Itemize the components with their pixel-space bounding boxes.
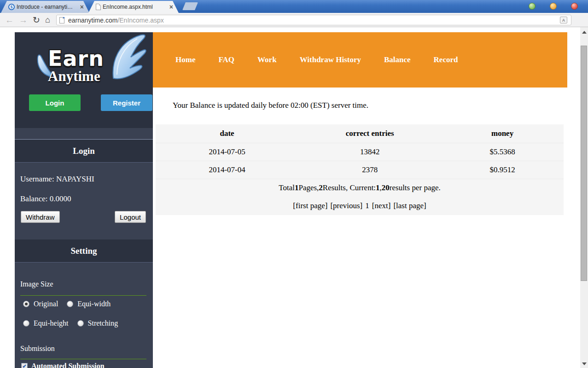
image-size-label: Image Size bbox=[20, 280, 53, 288]
setting-panel: Image Size Original Equi-width Equi-heig… bbox=[15, 263, 153, 367]
automated-submission-row: ✔ Automated Submission bbox=[21, 362, 105, 368]
main-nav: Home FAQ Work Withdraw History Balance R… bbox=[153, 32, 567, 88]
divider bbox=[20, 295, 146, 296]
nav-balance[interactable]: Balance bbox=[384, 55, 411, 64]
first-page-link[interactable]: [first page] bbox=[293, 201, 327, 210]
logo-wing-icon bbox=[111, 33, 147, 84]
cell-money: $0.9512 bbox=[441, 165, 564, 175]
translate-icon[interactable]: A bbox=[560, 17, 567, 23]
window-maximize-button[interactable] bbox=[550, 3, 557, 10]
summary-results-count: 2 bbox=[319, 183, 323, 193]
page-icon bbox=[59, 17, 64, 23]
summary-pages-count: 1 bbox=[295, 183, 299, 193]
address-bar[interactable]: earnanytime.com/EnIncome.aspx A bbox=[56, 15, 571, 25]
automated-submission-label: Automated Submission bbox=[31, 362, 105, 368]
tab-enincome[interactable]: EnIncome.aspx.html × bbox=[88, 1, 179, 13]
previous-page-link[interactable]: [previous] bbox=[330, 201, 362, 210]
register-button[interactable]: Register bbox=[101, 94, 152, 111]
tab-title: Introduce - earnanytime.co bbox=[17, 4, 77, 10]
divider bbox=[20, 359, 146, 359]
page-icon bbox=[96, 4, 101, 10]
cell-date: 2014-07-05 bbox=[156, 147, 298, 157]
table-header-row: date correct entries money bbox=[156, 124, 564, 143]
login-panel: Username: NAPAYSHI Balance: 0.0000 Withd… bbox=[15, 163, 153, 239]
header-correct-entries: correct entries bbox=[298, 129, 441, 138]
cell-entries: 2378 bbox=[298, 165, 441, 175]
window-close-button[interactable] bbox=[571, 3, 578, 10]
new-tab-button[interactable] bbox=[182, 2, 198, 10]
browser-toolbar: ← → ↻ ⌂ earnanytime.com/EnIncome.aspx A bbox=[0, 13, 588, 27]
username-text: Username: NAPAYSHI bbox=[20, 175, 94, 184]
setting-section-title: Setting bbox=[15, 239, 153, 263]
last-page-link[interactable]: [last page] bbox=[393, 201, 426, 210]
login-button[interactable]: Login bbox=[29, 94, 81, 111]
auth-buttons: Login Register bbox=[29, 94, 152, 111]
nav-withdraw-history[interactable]: Withdraw History bbox=[300, 55, 361, 64]
cell-date: 2014-07-04 bbox=[156, 165, 298, 175]
image-size-radio-row: Original Equi-width bbox=[23, 300, 115, 308]
summary-text: Pages, bbox=[298, 183, 319, 193]
table-row: 2014-07-04 2378 $0.9512 bbox=[156, 161, 564, 179]
radio-label[interactable]: Original bbox=[34, 300, 58, 308]
header-money: money bbox=[441, 129, 564, 138]
sidebar: Earn Anytime Login Register Login Userna… bbox=[15, 32, 153, 368]
refresh-icon[interactable]: ↻ bbox=[33, 16, 40, 24]
browser-titlebar: $ Introduce - earnanytime.co × EnIncome.… bbox=[0, 0, 588, 13]
scroll-down-icon[interactable] bbox=[582, 362, 587, 365]
main-content: Home FAQ Work Withdraw History Balance R… bbox=[153, 32, 567, 215]
nav-faq[interactable]: FAQ bbox=[218, 55, 234, 64]
radio-stretching[interactable] bbox=[77, 320, 84, 327]
url-path: /EnIncome.aspx bbox=[117, 17, 163, 24]
radio-equi-width[interactable] bbox=[67, 301, 73, 307]
nav-work[interactable]: Work bbox=[257, 55, 277, 64]
table-row: 2014-07-05 13842 $5.5368 bbox=[156, 143, 564, 161]
tab-title: EnIncome.aspx.html bbox=[103, 4, 167, 10]
balance-text: Balance: 0.0000 bbox=[20, 194, 71, 204]
vertical-scrollbar[interactable] bbox=[580, 27, 588, 368]
radio-label[interactable]: Equi-width bbox=[77, 300, 111, 308]
dollar-coin-icon: $ bbox=[8, 4, 15, 10]
sidebar-divider-strip bbox=[15, 128, 153, 140]
nav-home[interactable]: Home bbox=[175, 55, 195, 64]
radio-original[interactable] bbox=[23, 301, 29, 307]
earnings-table: date correct entries money 2014-07-05 13… bbox=[156, 124, 564, 215]
login-section-title: Login bbox=[15, 140, 153, 163]
radio-equi-height[interactable] bbox=[23, 320, 29, 327]
summary-text: Results, Current: bbox=[323, 183, 376, 193]
cell-entries: 13842 bbox=[298, 147, 441, 157]
submission-label: Submission bbox=[20, 345, 55, 353]
logo-text-earn: Earn bbox=[48, 46, 104, 71]
summary-per-page: 20 bbox=[382, 183, 390, 193]
summary-current-page: 1 bbox=[376, 183, 380, 193]
summary-text: results per page. bbox=[390, 183, 441, 193]
next-page-link[interactable]: [next] bbox=[372, 201, 391, 210]
browser-window: $ Introduce - earnanytime.co × EnIncome.… bbox=[0, 0, 588, 368]
scroll-up-icon[interactable] bbox=[582, 31, 587, 34]
logo-text-anytime: Anytime bbox=[48, 68, 100, 85]
scrollbar-thumb[interactable] bbox=[581, 46, 587, 281]
nav-record[interactable]: Record bbox=[434, 55, 458, 64]
close-icon[interactable]: × bbox=[79, 3, 85, 11]
logout-button[interactable]: Logout bbox=[115, 211, 146, 223]
close-icon[interactable]: × bbox=[169, 3, 174, 11]
radio-label[interactable]: Stretching bbox=[88, 319, 118, 327]
tab-introduce[interactable]: $ Introduce - earnanytime.co × bbox=[1, 1, 89, 13]
withdraw-button[interactable]: Withdraw bbox=[21, 211, 60, 223]
header-date: date bbox=[156, 129, 298, 138]
table-summary-row: Total 1 Pages, 2 Results, Current: 1, 20… bbox=[156, 179, 564, 197]
logo-section: Earn Anytime Login Register bbox=[15, 32, 153, 128]
url-domain: earnanytime.com bbox=[68, 17, 117, 24]
url-text: earnanytime.com/EnIncome.aspx bbox=[68, 17, 164, 24]
page-content: Earn Anytime Login Register Login Userna… bbox=[0, 27, 588, 368]
forward-icon[interactable]: → bbox=[19, 16, 28, 24]
window-minimize-button[interactable] bbox=[529, 3, 536, 10]
radio-label[interactable]: Equi-height bbox=[34, 319, 69, 327]
pagination-row: [first page] [previous] 1 [next] [last p… bbox=[156, 197, 564, 215]
current-page-number: 1 bbox=[365, 201, 369, 210]
summary-text: Total bbox=[279, 183, 295, 193]
image-size-radio-row: Equi-height Stretching bbox=[23, 319, 122, 327]
back-icon[interactable]: ← bbox=[5, 16, 14, 24]
home-icon[interactable]: ⌂ bbox=[45, 16, 50, 24]
cell-money: $5.5368 bbox=[441, 147, 564, 157]
automated-submission-checkbox[interactable]: ✔ bbox=[21, 363, 28, 368]
